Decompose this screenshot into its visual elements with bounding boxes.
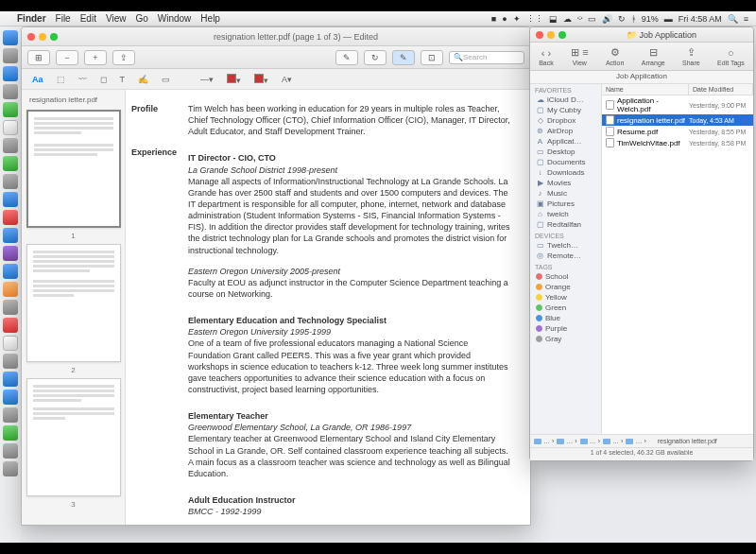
- sidebar-item[interactable]: ▶Movies: [530, 178, 601, 188]
- volume-icon[interactable]: 🔊: [602, 14, 612, 24]
- dock-itunes[interactable]: [3, 210, 18, 225]
- sidebar-tag[interactable]: Orange: [530, 282, 601, 292]
- path-segment[interactable]: … ›: [534, 438, 554, 444]
- sidebar-item[interactable]: ▢Documents: [530, 157, 601, 167]
- spotlight-icon[interactable]: 🔍: [728, 14, 738, 24]
- path-segment[interactable]: … ›: [603, 438, 623, 444]
- menu-file[interactable]: File: [56, 13, 71, 24]
- path-segment[interactable]: resignation letter.pdf: [649, 438, 717, 445]
- dock-app[interactable]: [3, 372, 18, 387]
- sidebar-item[interactable]: ↓Downloads: [530, 167, 601, 178]
- dock-app[interactable]: [3, 443, 18, 459]
- file-row[interactable]: Application - Welch.pdfYesterday, 9:00 P…: [602, 95, 753, 114]
- dock-appstore[interactable]: [3, 228, 18, 243]
- col-date[interactable]: Date Modified: [689, 84, 753, 95]
- dock-safari[interactable]: [3, 66, 18, 81]
- dock-finder[interactable]: [3, 30, 18, 45]
- rotate-button[interactable]: ↻: [364, 50, 387, 65]
- sidebar-tag[interactable]: Purple: [530, 323, 601, 334]
- dock-app[interactable]: [3, 264, 18, 279]
- note-tool[interactable]: ▭: [159, 74, 173, 85]
- status-icon[interactable]: ⋮⋮: [526, 14, 543, 24]
- sidebar-item[interactable]: ▭Desktop: [530, 147, 601, 157]
- dock-app[interactable]: [3, 138, 18, 153]
- sidebar-item[interactable]: ▣Pictures: [530, 199, 601, 209]
- sidebar-item[interactable]: AApplicat…: [530, 136, 601, 147]
- menu-help[interactable]: Help: [200, 13, 220, 24]
- border-color[interactable]: ▾: [224, 73, 244, 86]
- menu-edit[interactable]: Edit: [80, 13, 96, 24]
- menu-view[interactable]: View: [106, 13, 127, 24]
- bluetooth-icon[interactable]: ᚼ: [631, 14, 636, 24]
- path-bar[interactable]: … ›… ›… ›… ›… ›resignation letter.pdf: [530, 434, 753, 447]
- dock-settings[interactable]: [3, 300, 18, 315]
- zoom-in[interactable]: +: [84, 50, 107, 65]
- minimize-button[interactable]: [39, 33, 46, 41]
- inspector-button[interactable]: ⊡: [421, 50, 443, 65]
- app-name[interactable]: Finder: [17, 13, 46, 24]
- dropbox-icon[interactable]: ⬓: [549, 14, 558, 24]
- sidebar-item[interactable]: ⌂twelch: [530, 209, 601, 219]
- document-page[interactable]: Profile Tim Welch has been working in ed…: [126, 90, 530, 525]
- page-thumbnail-1[interactable]: [26, 110, 121, 228]
- sidebar-tag[interactable]: Blue: [530, 313, 601, 323]
- evernote-icon[interactable]: ✦: [513, 14, 521, 24]
- dock-trash[interactable]: [3, 461, 18, 476]
- menu-window[interactable]: Window: [158, 13, 192, 24]
- sidebar-item[interactable]: ▢My Cubby: [530, 105, 601, 115]
- markup-button[interactable]: ✎: [392, 50, 415, 65]
- sidebar-tag[interactable]: Gray: [530, 334, 601, 344]
- sidebar-item[interactable]: ▢Redtailfan: [530, 219, 601, 230]
- dock-messages[interactable]: [3, 102, 18, 117]
- zoom-button[interactable]: [50, 33, 58, 41]
- dock-mail[interactable]: [3, 84, 18, 99]
- notification-icon[interactable]: ≡: [744, 14, 748, 24]
- page-thumbnail-3[interactable]: [26, 378, 121, 496]
- dock-app[interactable]: [3, 354, 18, 369]
- battery-icon[interactable]: ▬: [664, 14, 673, 24]
- dock-app[interactable]: [3, 407, 18, 423]
- line-style[interactable]: —▾: [198, 74, 216, 85]
- path-segment[interactable]: … ›: [580, 438, 600, 444]
- share-button[interactable]: ⇪: [112, 50, 135, 65]
- font-style[interactable]: A▾: [279, 74, 295, 85]
- file-row[interactable]: Resume.pdfYesterday, 8:55 PM: [602, 126, 753, 137]
- share-button[interactable]: ⇪Share: [682, 46, 700, 66]
- file-row[interactable]: TimWelchVitae.pdfYesterday, 8:58 PM: [602, 137, 753, 148]
- sidebar-tag[interactable]: School: [530, 271, 601, 282]
- clock[interactable]: Fri 4:58 AM: [679, 14, 722, 24]
- sketch-tool[interactable]: 〰: [76, 74, 90, 85]
- zoom-button[interactable]: [558, 31, 566, 39]
- dock-evernote[interactable]: [3, 156, 18, 171]
- status-icon[interactable]: ●: [502, 14, 507, 24]
- battery-pct[interactable]: 91%: [642, 14, 659, 24]
- sidebar-tag[interactable]: Green: [530, 303, 601, 313]
- col-name[interactable]: Name: [602, 84, 689, 95]
- view-button[interactable]: ⊞ ≡View: [571, 46, 588, 66]
- sign-tool[interactable]: ✍: [135, 74, 151, 85]
- back-button[interactable]: ‹ ›Back: [539, 47, 554, 66]
- sidebar-item[interactable]: ◎Remote…: [530, 251, 601, 261]
- dock-app[interactable]: [3, 282, 18, 297]
- highlight-button[interactable]: ✎: [335, 50, 358, 65]
- sidebar-item[interactable]: ⊚AirDrop: [530, 126, 601, 136]
- preview-titlebar[interactable]: resignation letter.pdf (page 1 of 3) — E…: [22, 27, 530, 46]
- arrange-button[interactable]: ⊟Arrange: [642, 46, 665, 66]
- selection-tool[interactable]: ⬚: [54, 74, 68, 85]
- tags-button[interactable]: ○Edit Tags: [717, 47, 745, 66]
- action-button[interactable]: ⚙Action: [606, 46, 624, 66]
- dock-app[interactable]: [3, 48, 18, 63]
- sidebar-item[interactable]: ☁iCloud D…: [530, 95, 601, 105]
- sidebar-item[interactable]: ▭Twelch…: [530, 240, 601, 251]
- sidebar-tag[interactable]: Yellow: [530, 292, 601, 303]
- dock-app[interactable]: [3, 318, 18, 333]
- shapes-tool[interactable]: ◻: [97, 74, 110, 85]
- status-icon[interactable]: ■: [491, 14, 496, 24]
- file-row[interactable]: resignation letter.pdfToday, 4:53 AM: [602, 114, 753, 126]
- sync-icon[interactable]: ↻: [618, 14, 626, 24]
- minimize-button[interactable]: [547, 31, 555, 39]
- dock-app[interactable]: [3, 192, 18, 207]
- menu-go[interactable]: Go: [135, 13, 147, 24]
- text-tool[interactable]: T: [117, 74, 129, 85]
- dock-app[interactable]: [3, 246, 18, 261]
